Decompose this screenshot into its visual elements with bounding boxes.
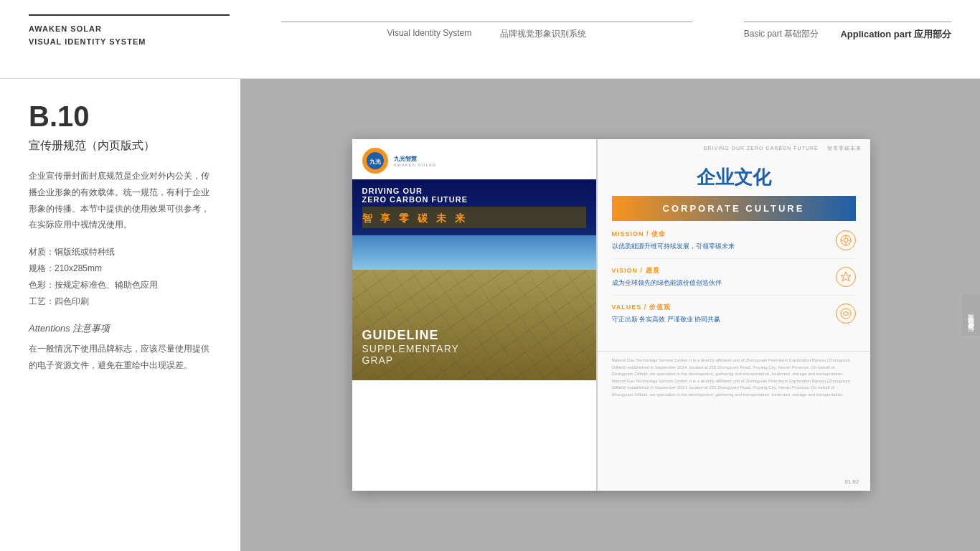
logo-area: AWAKEN SOLAR VISUAL IDENTITY SYSTEM [29,14,230,48]
spec-material: 材质：铜版纸或特种纸 [29,244,212,260]
nav-center-cn: 品牌视觉形象识别系统 [500,28,586,40]
booklet-small-text: Natural Gas Technology Service Center: i… [598,351,870,405]
svg-text:九光: 九光 [369,159,381,165]
vision-icon [836,267,856,287]
hero-en-line2: ZERO CARBON FUTURE [362,195,586,204]
vision-label: VISION / 愿景 [612,266,836,276]
spec-color: 色彩：按规定标准色、辅助色应用 [29,277,212,293]
svg-point-10 [841,309,851,319]
right-tab-text: 版面自视觉形象规范 [968,309,975,321]
nav-application[interactable]: Application part 应用部分 [840,28,951,41]
header-nav-center: Visual Identity System 品牌视觉形象识别系统 [281,22,692,40]
header-center: Visual Identity System 品牌视觉形象识别系统 [230,14,744,40]
culture-values: VALUES / 价值观 守正出新 务实高效 严谨敬业 协同共赢 [612,303,856,331]
values-icon [836,303,856,324]
culture-mission: MISSION / 使命 以优质能源升维可持续发展，引领零碳未来 [612,230,856,259]
culture-section: MISSION / 使命 以优质能源升维可持续发展，引领零碳未来 VISION … [598,221,870,347]
page-numbers: 81 82 [844,479,859,485]
header: AWAKEN SOLAR VISUAL IDENTITY SYSTEM Visu… [0,0,980,79]
nav-basic[interactable]: Basic part 基础部分 [744,28,819,40]
attentions-desc: 在一般情况下使用品牌标志，应该尽量使用提供的电子资源文件，避免在重绘中出现误差。 [29,341,212,374]
nav-center-en: Visual Identity System [387,28,471,40]
section-number: B.10 [29,100,212,133]
culture-mission-text: MISSION / 使命 以优质能源升维可持续发展，引领零碳未来 [612,230,836,251]
booklet-right-header: DRIVING OUR ZERO CARBON FUTURE 智享零碳未来 [598,139,870,158]
mission-value: 以优质能源升维可持续发展，引领零碳未来 [612,242,836,251]
hero-bottom-text: GUIDELINE SUPPLEMENTARY GRAP [362,328,459,366]
booklet-right-page: DRIVING OUR ZERO CARBON FUTURE 智享零碳未来 企业… [598,139,870,491]
section-description: 企业宣传册封面封底规范是企业对外内公关，传播企业形象的有效载体。统一规范，有利于… [29,168,212,233]
corporate-banner: CORPORATE CULTURE [612,196,856,221]
values-label: VALUES / 价值观 [612,303,836,312]
header-nav-right: Basic part 基础部分 Application part 应用部分 [744,22,951,41]
corporate-banner-text: CORPORATE CULTURE [623,203,845,214]
right-header-en: DRIVING OUR ZERO CARBON FUTURE [703,146,818,151]
right-side-tab: 版面自视觉形象规范 [962,294,980,336]
hero-supplementary: SUPPLEMENTARY [362,343,459,354]
mission-icon [836,230,856,250]
values-value: 守正出新 务实高效 严谨敬业 协同共赢 [612,315,836,324]
hero-cn: 智 享 零 碳 未 来 [362,212,586,225]
culture-values-text: VALUES / 价值观 守正出新 务实高效 严谨敬业 协同共赢 [612,303,836,324]
logo-line2: VISUAL IDENTITY SYSTEM [29,37,146,46]
right-header-cn: 智享零碳未来 [827,146,862,151]
booklet-logo-text: 九光智慧 AWAKEN SOLAR [394,155,437,167]
content-area: 九光 九光智慧 AWAKEN SOLAR [240,79,980,551]
mission-label: MISSION / 使命 [612,230,836,239]
booklet-hero: DRIVING OUR ZERO CARBON FUTURE 智 享 零 碳 未… [352,179,596,380]
booklet: 九光 九光智慧 AWAKEN SOLAR [352,139,869,491]
spec-size: 规格：210x285mm [29,260,212,277]
hero-guideline: GUIDELINE [362,328,459,343]
booklet-logo-header: 九光 九光智慧 AWAKEN SOLAR [352,139,596,179]
culture-vision: VISION / 愿景 成为全球领先的绿色能源价值创造伙伴 [612,266,856,296]
corporate-title: 企业文化 [598,158,870,196]
spec-process: 工艺：四色印刷 [29,293,212,310]
culture-vision-text: VISION / 愿景 成为全球领先的绿色能源价值创造伙伴 [612,266,836,288]
booklet-left-page: 九光 九光智慧 AWAKEN SOLAR [352,139,596,491]
section-title: 宣传册规范（内页版式） [29,138,212,154]
logo-line1: AWAKEN SOLAR [29,24,102,33]
logo-title: AWAKEN SOLAR VISUAL IDENTITY SYSTEM [29,23,230,48]
vision-value: 成为全球领先的绿色能源价值创造伙伴 [612,278,836,288]
hero-en-line1: DRIVING OUR [362,187,586,195]
svg-marker-9 [841,272,851,281]
booklet-logo-icon: 九光 [362,148,388,174]
sidebar: B.10 宣传册规范（内页版式） 企业宣传册封面封底规范是企业对外内公关，传播企… [0,79,240,551]
svg-point-4 [844,238,848,242]
hero-grap: GRAP [362,354,459,366]
attentions-title: Attentions 注意事项 [29,322,212,335]
hero-top-banner: DRIVING OUR ZERO CARBON FUTURE 智 享 零 碳 未… [352,179,596,235]
main-content: B.10 宣传册规范（内页版式） 企业宣传册封面封底规范是企业对外内公关，传播企… [0,79,980,551]
